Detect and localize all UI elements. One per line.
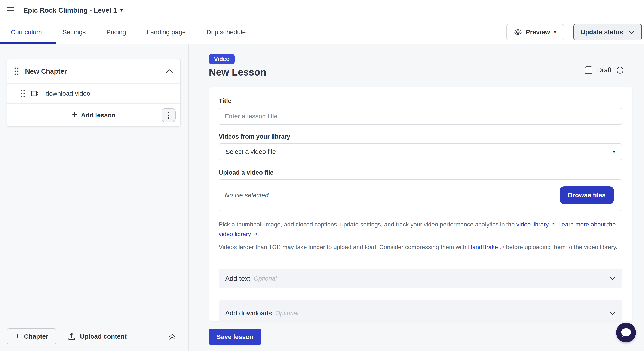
add-lesson-button[interactable]: + Add lesson <box>72 111 116 119</box>
chat-bubble-icon <box>620 327 632 338</box>
app-window: Epic Rock Climbing - Level 1 ▾ Curriculu… <box>0 0 644 351</box>
active-tab-underline <box>0 42 56 44</box>
add-text-label: Add text <box>225 274 250 282</box>
library-label: Videos from your library <box>219 133 290 140</box>
upload-help-text: Pick a thumbnail image, add closed capti… <box>219 220 623 239</box>
plus-icon: + <box>72 110 77 119</box>
chapter-title: New Chapter <box>25 68 67 75</box>
eye-icon <box>514 29 522 35</box>
upload-label: Upload a video file <box>219 169 274 176</box>
add-chapter-button[interactable]: + Chapter <box>7 328 56 344</box>
upload-content-button[interactable]: Upload content <box>68 332 127 340</box>
tab-actions: Preview ▾ Update status <box>506 24 644 40</box>
update-status-label: Update status <box>581 28 623 36</box>
chevron-down-icon <box>628 30 634 34</box>
lesson-form-card: Title Videos from your library Select a … <box>209 87 632 322</box>
browse-files-button[interactable]: Browse files <box>560 186 614 204</box>
tab-landing-page[interactable]: Landing page <box>147 28 186 36</box>
add-chapter-label: Chapter <box>24 333 48 340</box>
chapter-options-button[interactable]: ⋮ <box>162 108 176 122</box>
inline-link[interactable]: video library↗ <box>516 221 555 228</box>
course-title[interactable]: Epic Rock Climbing - Level 1 <box>23 6 117 14</box>
chevron-down-icon <box>609 311 616 315</box>
hamburger-menu-icon[interactable] <box>7 7 14 14</box>
add-text-accordion[interactable]: Add text Optional <box>219 269 622 288</box>
tab-drip-schedule[interactable]: Drip schedule <box>206 28 246 36</box>
collapse-all-icon[interactable] <box>168 333 176 340</box>
title-label: Title <box>219 98 231 104</box>
tab-list: Curriculum Settings Pricing Landing page… <box>0 28 246 36</box>
drag-handle-icon[interactable] <box>21 90 25 98</box>
lesson-row[interactable]: download video <box>7 84 180 103</box>
inline-link[interactable]: HandBrake↗ <box>468 244 504 250</box>
video-camera-icon <box>31 90 40 96</box>
external-link-icon: ↗ <box>550 220 555 229</box>
plus-icon: + <box>15 332 20 340</box>
upload-icon <box>68 332 75 340</box>
chapter-footer: + Add lesson ⋮ <box>7 104 180 126</box>
chevron-up-icon[interactable] <box>166 69 173 74</box>
optional-label: Optional <box>275 310 298 317</box>
add-lesson-label: Add lesson <box>81 112 116 119</box>
external-link-icon: ↗ <box>253 230 258 239</box>
add-downloads-accordion[interactable]: Add downloads Optional <box>219 300 622 322</box>
draft-toggle-group: Draft <box>585 66 624 74</box>
lesson-editor: Video New Lesson Draft Title Videos from… <box>189 44 644 351</box>
video-library-select[interactable]: Select a video file ▾ <box>219 144 622 160</box>
upload-content-label: Upload content <box>80 333 127 340</box>
kebab-icon: ⋮ <box>165 111 172 120</box>
course-title-caret-icon[interactable]: ▾ <box>120 7 123 13</box>
sidebar-footer: + Chapter Upload content <box>7 328 181 344</box>
chapter-card: New Chapter download video <box>7 59 181 127</box>
update-status-button[interactable]: Update status <box>574 24 642 40</box>
lesson-title: download video <box>46 90 90 97</box>
preview-button[interactable]: Preview ▾ <box>506 24 564 40</box>
tab-curriculum[interactable]: Curriculum <box>11 28 42 36</box>
draft-label: Draft <box>597 66 612 74</box>
external-link-icon: ↗ <box>500 243 504 252</box>
chevron-down-icon <box>609 276 616 280</box>
drag-handle-icon[interactable] <box>14 67 18 75</box>
no-file-text: No file selected <box>225 192 268 199</box>
add-downloads-label: Add downloads <box>225 309 272 317</box>
topbar: Epic Rock Climbing - Level 1 ▾ <box>0 0 644 20</box>
curriculum-sidebar: New Chapter download video <box>0 44 189 351</box>
tabbar: Curriculum Settings Pricing Landing page… <box>0 20 644 44</box>
lesson-heading: New Lesson <box>209 66 266 78</box>
chat-widget-button[interactable] <box>616 323 636 342</box>
lesson-type-badge: Video <box>209 54 235 64</box>
select-caret-icon: ▾ <box>613 149 615 155</box>
file-upload-box: No file selected Browse files <box>219 179 622 211</box>
inline-link[interactable]: Learn more about the video library↗ <box>219 221 616 237</box>
save-lesson-button[interactable]: Save lesson <box>209 329 261 345</box>
chapter-header[interactable]: New Chapter <box>7 59 180 83</box>
optional-label: Optional <box>254 275 277 282</box>
tab-settings[interactable]: Settings <box>62 28 86 36</box>
draft-checkbox[interactable] <box>585 66 592 74</box>
select-value: Select a video file <box>226 148 276 156</box>
preview-caret-icon: ▾ <box>554 29 556 35</box>
info-icon[interactable] <box>616 66 624 74</box>
tab-pricing[interactable]: Pricing <box>106 28 126 36</box>
preview-button-label: Preview <box>526 28 550 36</box>
lesson-title-input[interactable] <box>219 108 622 125</box>
compression-help-text: Videos larger than 1GB may take longer t… <box>219 242 623 252</box>
